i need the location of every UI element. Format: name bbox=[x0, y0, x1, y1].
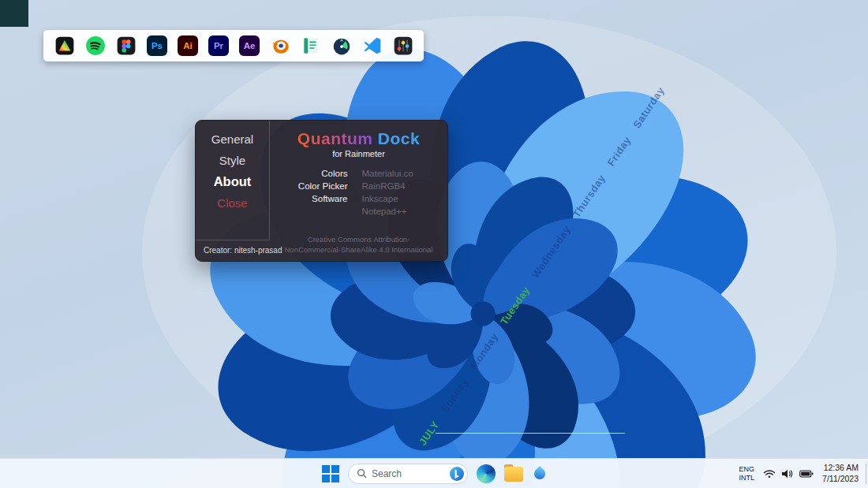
desktop: { "desktop": { "calendar": { "month": "J… bbox=[0, 0, 868, 488]
credit-label: Software bbox=[272, 194, 348, 203]
dialog-title: Quantum Dock bbox=[270, 129, 447, 148]
calendar-day-active: Tuesday bbox=[498, 285, 532, 327]
calendar-underline bbox=[436, 433, 625, 434]
credit-value: Inkscape bbox=[362, 194, 446, 203]
illustrator-icon[interactable]: Ai bbox=[178, 35, 198, 56]
mixer-icon[interactable] bbox=[393, 35, 413, 56]
nav-style[interactable]: Style bbox=[196, 150, 269, 171]
nav-about[interactable]: About bbox=[196, 171, 269, 192]
dialog-subtitle: for Rainmeter bbox=[270, 149, 447, 158]
tray-status-icons[interactable] bbox=[763, 469, 814, 479]
start-button[interactable] bbox=[322, 465, 339, 482]
taskbar-center bbox=[322, 459, 548, 488]
after-effects-badge: Ae bbox=[244, 41, 256, 50]
premiere-badge: Pr bbox=[214, 41, 223, 50]
title-dock: Dock bbox=[378, 129, 420, 147]
premiere-pro-icon[interactable]: Pr bbox=[208, 35, 229, 56]
vscode-icon[interactable] bbox=[362, 35, 383, 56]
license-line-1: Creative Commons Attribution- bbox=[270, 235, 447, 245]
photoshop-icon[interactable]: Ps bbox=[147, 35, 167, 56]
credit-label bbox=[272, 207, 348, 216]
corner-widget bbox=[0, 0, 28, 27]
calendar-day: Monday bbox=[468, 331, 501, 372]
quantum-dock-settings-dialog: General Style About Close Creator: nites… bbox=[195, 120, 448, 262]
wifi-icon bbox=[763, 469, 776, 479]
calendar-day: Friday bbox=[605, 134, 634, 168]
spotify-icon[interactable] bbox=[85, 35, 106, 56]
clock[interactable]: 12:36 AM 7/11/2023 bbox=[822, 463, 859, 484]
credit-value: Materialui.co bbox=[362, 169, 446, 178]
dialog-horizontal-divider bbox=[196, 240, 269, 240]
license-line-2: NonCommercial-ShareAlike 4.0 Internation… bbox=[270, 245, 447, 255]
credits-list: Colors Materialui.co Color Picker RainRG… bbox=[272, 169, 446, 216]
license-text: Creative Commons Attribution- NonCommerc… bbox=[270, 235, 447, 255]
search-box[interactable] bbox=[348, 464, 468, 484]
calendar-day: Saturday bbox=[630, 84, 667, 130]
calendar-day: Wednesday bbox=[529, 224, 573, 281]
credit-value: RainRGB4 bbox=[362, 181, 446, 191]
language-line-2: INTL bbox=[739, 474, 755, 482]
photoshop-badge: Ps bbox=[152, 41, 163, 50]
rainmeter-icon[interactable] bbox=[532, 466, 548, 482]
dialog-nav: General Style About Close bbox=[196, 129, 269, 214]
credit-label: Color Picker bbox=[272, 181, 348, 191]
gallery-icon[interactable] bbox=[54, 35, 75, 56]
language-indicator[interactable]: ENG INTL bbox=[739, 465, 755, 482]
system-tray: ENG INTL 12:36 AM 7/11/2023 bbox=[739, 459, 859, 488]
credit-label: Colors bbox=[272, 169, 348, 178]
clock-time: 12:36 AM bbox=[822, 463, 859, 474]
after-effects-icon[interactable]: Ae bbox=[239, 35, 260, 56]
taskbar: ENG INTL 12:36 AM 7/11/2023 bbox=[0, 458, 868, 488]
illustrator-badge: Ai bbox=[183, 41, 193, 50]
figma-icon[interactable] bbox=[116, 35, 137, 56]
battery-icon bbox=[799, 470, 814, 478]
bing-icon[interactable] bbox=[450, 467, 464, 481]
calendar-month: JULY bbox=[417, 419, 441, 448]
calendar-day: Sunday bbox=[439, 375, 470, 415]
search-input[interactable] bbox=[372, 468, 445, 479]
edge-icon[interactable] bbox=[477, 464, 496, 483]
quantum-dock: Ps Ai Pr Ae bbox=[43, 30, 424, 61]
search-icon bbox=[357, 468, 367, 479]
calendar-overlay: JULY Sunday Monday Tuesday Wednesday Thu… bbox=[417, 77, 672, 448]
volume-icon bbox=[781, 469, 794, 479]
blender-icon[interactable] bbox=[270, 35, 290, 56]
file-explorer-icon[interactable] bbox=[504, 467, 523, 482]
book-icon[interactable] bbox=[301, 35, 321, 56]
nav-general[interactable]: General bbox=[196, 129, 269, 150]
calendar-day: Thursday bbox=[571, 173, 608, 220]
clock-date: 7/11/2023 bbox=[822, 474, 859, 485]
credit-value: Notepad++ bbox=[362, 207, 446, 216]
about-pane: Quantum Dock for Rainmeter Colors Materi… bbox=[270, 121, 447, 261]
title-quantum: Quantum bbox=[297, 129, 373, 147]
nav-close[interactable]: Close bbox=[196, 192, 269, 214]
android-studio-icon[interactable] bbox=[331, 35, 352, 56]
language-line-1: ENG bbox=[739, 465, 755, 474]
